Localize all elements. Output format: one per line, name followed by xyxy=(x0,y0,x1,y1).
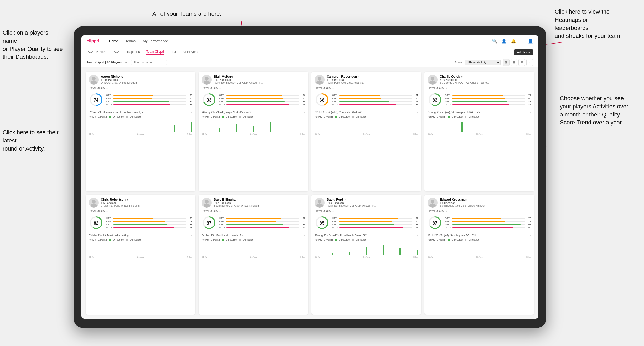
quality-section[interactable]: 68 OTT 61 APP 63 ARG 75 xyxy=(315,92,418,108)
round-arrow[interactable]: → xyxy=(190,111,192,114)
player-name[interactable]: Blair McHarg xyxy=(214,75,305,78)
quality-ring-container[interactable]: 74 xyxy=(89,92,103,108)
player-name[interactable]: David Ford ● xyxy=(327,198,418,201)
user-icon[interactable]: 👤 xyxy=(501,39,507,44)
quality-ring-container[interactable]: 93 xyxy=(202,92,216,108)
quality-section[interactable]: 82 OTT 60 APP 77 ARG 81 xyxy=(89,215,192,231)
player-name[interactable]: Charlie Quick ● xyxy=(440,75,531,78)
search-icon[interactable]: 🔍 xyxy=(492,39,497,44)
player-card: Dave Billingham Plus Handicap Sog Maging… xyxy=(199,195,308,315)
on-course-label: On course xyxy=(452,115,463,118)
player-name[interactable]: Dave Billingham xyxy=(214,198,305,201)
avatar-icon[interactable]: 👤 xyxy=(528,39,533,44)
svg-point-18 xyxy=(91,204,97,208)
card-header: Edward Crossman 1-5 Handicap Sunningdale… xyxy=(428,198,531,208)
tab-pga[interactable]: PGA xyxy=(113,50,119,54)
edit-icon[interactable]: ✏ xyxy=(125,61,127,64)
round-arrow[interactable]: → xyxy=(190,234,192,237)
nav-link-home[interactable]: Home xyxy=(109,39,118,43)
chart-label-start: 31 Jul xyxy=(202,133,207,135)
activity-header: Activity · 1 Month On course Off course xyxy=(202,238,305,241)
on-course-label: On course xyxy=(339,115,350,118)
activity-label: Activity · 1 Month xyxy=(315,238,333,241)
quality-ring-container[interactable]: 85 xyxy=(315,215,329,231)
tab-team-clippd[interactable]: Team Clippd xyxy=(146,50,164,55)
activity-label: Activity · 1 Month xyxy=(89,238,107,241)
quality-ring-container[interactable]: 83 xyxy=(428,92,442,108)
round-arrow[interactable]: → xyxy=(303,111,305,114)
quality-section[interactable]: 83 OTT 77 APP 80 ARG 83 xyxy=(428,92,531,108)
off-course-label: Off course xyxy=(243,238,253,241)
settings-icon[interactable]: ⊕ xyxy=(520,39,524,44)
chart-label-end: 4 Sep xyxy=(300,256,305,258)
round-text: 03 Mar 23 · 19, Must make putting xyxy=(89,234,190,237)
quality-ring-container[interactable]: 87 xyxy=(202,215,216,231)
card-header: Cameron Robertson ● 11-15 Handicap Royal… xyxy=(315,75,418,85)
svg-point-6 xyxy=(204,81,210,85)
round-arrow[interactable]: → xyxy=(416,234,418,237)
quality-section[interactable]: 93 OTT 84 APP 85 ARG 88 xyxy=(202,92,305,108)
svg-point-2 xyxy=(91,81,97,85)
quality-section[interactable]: 87 OTT 82 APP 74 ARG 85 xyxy=(202,215,305,231)
card-header: Blair McHarg Plus Handicap Royal North D… xyxy=(202,75,305,85)
player-info: Charlie Quick ● 6-10 Handicap St. George… xyxy=(440,75,531,84)
annotation-left-bottom: Click here to see their latest round or … xyxy=(3,129,63,153)
round-arrow[interactable]: → xyxy=(528,111,531,114)
activity-header: Activity · 1 Month On course Off course xyxy=(428,115,531,118)
off-course-label: Off course xyxy=(243,115,253,118)
quality-number: 85 xyxy=(320,221,324,226)
round-arrow[interactable]: → xyxy=(303,234,305,237)
top-nav: clippd Home Teams My Performance 🔍 👤 🔔 ⊕… xyxy=(81,35,538,47)
chart-label-end: 4 Sep xyxy=(413,256,418,258)
player-card: Edward Crossman 1-5 Handicap Sunningdale… xyxy=(424,195,534,315)
filter-bar: Team Clippd | 14 Players ✏ Show: Player … xyxy=(81,57,538,67)
quality-number: 87 xyxy=(207,221,211,226)
quality-ring-container[interactable]: 68 xyxy=(315,92,329,108)
list-view-button[interactable]: ⊟ xyxy=(511,59,517,66)
nav-link-teams[interactable]: Teams xyxy=(126,39,136,43)
bell-icon[interactable]: 🔔 xyxy=(511,39,516,44)
card-header: David Ford ● Plus Handicap Royal North D… xyxy=(315,198,418,208)
quality-ring-container[interactable]: 82 xyxy=(89,215,103,231)
avatar xyxy=(315,75,325,85)
filter-input[interactable] xyxy=(131,60,167,65)
player-card: Chris Robertson ● 1-5 Handicap Craigmill… xyxy=(86,195,195,315)
player-handicap: 6-10 Handicap xyxy=(440,78,531,81)
player-name[interactable]: Edward Crossman xyxy=(440,198,531,201)
player-club: Craigmillar Park, United Kingdom xyxy=(101,204,192,207)
round-text: 04 Sep 23 · Mobility with coach, Gym xyxy=(202,234,303,237)
chart-label-mid: 21 Aug xyxy=(137,133,144,135)
quality-section[interactable]: 74 OTT 60 APP 58 ARG 84 xyxy=(89,92,192,108)
show-select[interactable]: Player Activity Quality Score Trend xyxy=(465,60,501,65)
quality-ring-container[interactable]: 87 xyxy=(428,215,442,231)
off-course-label: Off course xyxy=(469,238,479,241)
off-course-dot xyxy=(352,239,354,241)
grid-view-button[interactable]: ⊞ xyxy=(503,59,510,66)
nav-link-performance[interactable]: My Performance xyxy=(143,39,168,43)
filter-button[interactable]: ▽ xyxy=(518,59,525,66)
svg-point-1 xyxy=(92,77,96,81)
player-name[interactable]: Aaron Nicholls xyxy=(101,75,192,78)
on-course-dot xyxy=(448,116,450,118)
add-team-button[interactable]: Add Team xyxy=(514,49,533,55)
sub-nav: PGAT Players PGA Hcaps 1-5 Team Clippd T… xyxy=(81,47,538,57)
round-arrow[interactable]: → xyxy=(416,111,418,114)
player-grid: Aaron Nicholls 11-15 Handicap Drift Golf… xyxy=(81,67,538,319)
player-name[interactable]: Cameron Robertson ● xyxy=(327,75,418,78)
on-course-dot xyxy=(109,239,111,241)
tab-pgat-players[interactable]: PGAT Players xyxy=(87,50,106,54)
tab-tour[interactable]: Tour xyxy=(170,50,176,54)
latest-round: 26 Aug 23 · 73 (+1), Royal North Devon G… xyxy=(202,110,305,114)
player-name[interactable]: Chris Robertson ● xyxy=(101,198,192,201)
quality-section[interactable]: 85 OTT 89 APP 80 ARG 83 xyxy=(315,215,418,231)
avatar xyxy=(202,75,212,85)
stats-bars: OTT 60 APP 58 ARG 84 PUTT 8 xyxy=(106,94,192,107)
quality-section[interactable]: 87 OTT 73 APP 79 ARG 103 xyxy=(428,215,531,231)
avatar xyxy=(428,75,438,85)
off-course-label: Off course xyxy=(130,115,141,118)
round-arrow[interactable]: → xyxy=(528,234,531,237)
card-header: Chris Robertson ● 1-5 Handicap Craigmill… xyxy=(89,198,192,208)
tab-all-players[interactable]: All Players xyxy=(183,50,198,54)
tab-hcaps[interactable]: Hcaps 1-5 xyxy=(126,50,140,54)
sort-button[interactable]: ↕ xyxy=(526,59,533,66)
